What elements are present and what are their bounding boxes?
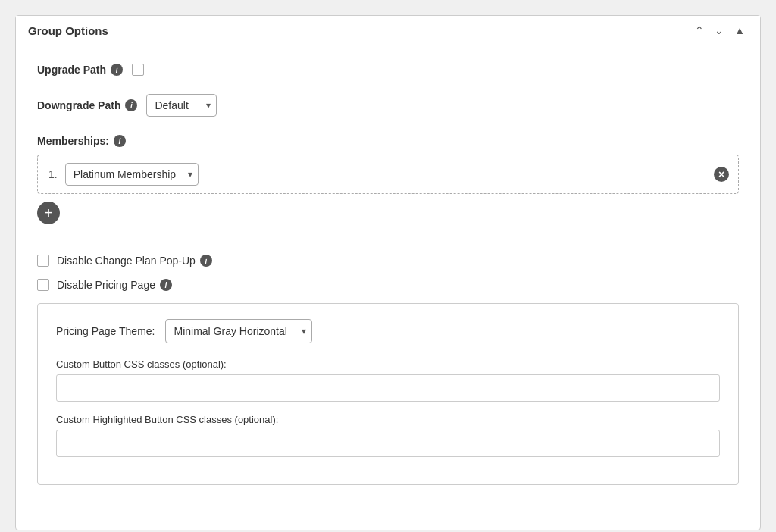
disable-change-plan-checkbox[interactable] <box>37 255 49 267</box>
pricing-theme-select-wrapper: Minimal Gray Horizontal Classic Blue Mod… <box>165 319 312 343</box>
disable-pricing-page-label: Disable Pricing Page i <box>57 279 172 291</box>
custom-highlighted-label: Custom Highlighted Button CSS classes (o… <box>56 414 720 425</box>
disable-change-plan-info-icon[interactable]: i <box>200 255 212 267</box>
custom-button-label: Custom Button CSS classes (optional): <box>56 358 720 370</box>
membership-remove-button[interactable]: × <box>714 167 729 182</box>
panel-body: Upgrade Path i Downgrade Path i Default … <box>16 45 760 503</box>
membership-select-wrapper: Platinum Membership Gold Membership Silv… <box>65 163 199 186</box>
disable-change-plan-row: Disable Change Plan Pop-Up i <box>37 255 739 267</box>
panel-down-button[interactable]: ⌄ <box>712 23 727 37</box>
membership-select[interactable]: Platinum Membership Gold Membership Silv… <box>65 163 199 186</box>
upgrade-path-checkbox[interactable] <box>132 64 144 76</box>
custom-button-group: Custom Button CSS classes (optional): <box>56 358 720 402</box>
upgrade-path-info-icon[interactable]: i <box>111 64 123 76</box>
disable-change-plan-label: Disable Change Plan Pop-Up i <box>57 255 212 267</box>
memberships-section: Memberships: i 1. Platinum Membership Go… <box>37 135 739 239</box>
pricing-box: Pricing Page Theme: Minimal Gray Horizon… <box>37 303 739 485</box>
disable-pricing-page-row: Disable Pricing Page i <box>37 279 739 291</box>
downgrade-path-row: Downgrade Path i Default Option 1 Option… <box>37 94 739 117</box>
downgrade-path-info-icon[interactable]: i <box>125 99 137 111</box>
add-membership-button[interactable]: + <box>37 202 60 224</box>
custom-button-input[interactable] <box>56 374 720 402</box>
custom-highlighted-input[interactable] <box>56 430 720 457</box>
panel-collapse-button[interactable]: ▲ <box>731 23 748 37</box>
downgrade-path-select[interactable]: Default Option 1 Option 2 <box>146 94 217 117</box>
downgrade-path-label: Downgrade Path i <box>37 99 137 111</box>
panel-header: Group Options ⌃ ⌄ ▲ <box>16 16 760 45</box>
custom-highlighted-group: Custom Highlighted Button CSS classes (o… <box>56 414 720 457</box>
upgrade-path-row: Upgrade Path i <box>37 64 739 76</box>
remove-icon: × <box>714 167 729 182</box>
pricing-theme-row: Pricing Page Theme: Minimal Gray Horizon… <box>56 319 720 343</box>
pricing-theme-select[interactable]: Minimal Gray Horizontal Classic Blue Mod… <box>165 319 312 343</box>
panel-up-button[interactable]: ⌃ <box>692 23 707 37</box>
upgrade-path-label: Upgrade Path i <box>37 64 123 76</box>
panel-title: Group Options <box>28 24 108 37</box>
pricing-theme-label: Pricing Page Theme: <box>56 325 155 337</box>
membership-number: 1. <box>48 168 58 180</box>
group-options-panel: Group Options ⌃ ⌄ ▲ Upgrade Path i Downg… <box>15 15 761 530</box>
downgrade-path-select-wrapper: Default Option 1 Option 2 <box>146 94 217 117</box>
disable-pricing-page-checkbox[interactable] <box>37 279 49 291</box>
membership-list-container: 1. Platinum Membership Gold Membership S… <box>37 155 739 194</box>
panel-controls: ⌃ ⌄ ▲ <box>692 23 748 37</box>
memberships-info-icon[interactable]: i <box>114 135 126 147</box>
disable-pricing-page-info-icon[interactable]: i <box>160 279 172 291</box>
memberships-label: Memberships: i <box>37 135 739 147</box>
